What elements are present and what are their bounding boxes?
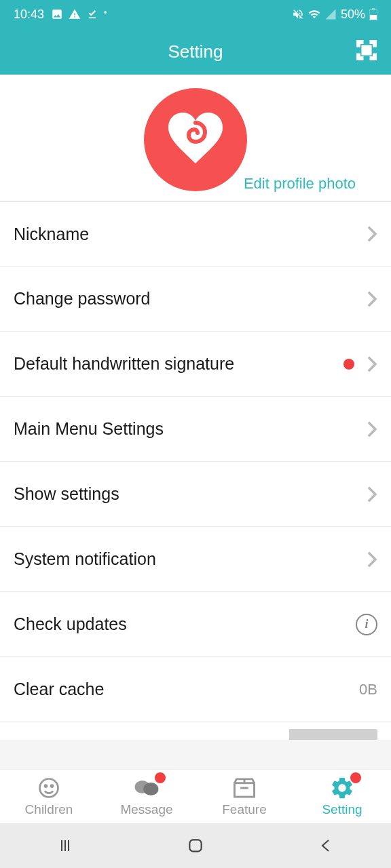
svg-point-7 — [40, 778, 58, 797]
svg-rect-4 — [368, 46, 371, 50]
nickname-label: Nickname — [14, 224, 89, 244]
avatar[interactable] — [144, 88, 247, 191]
main-menu-settings-label: Main Menu Settings — [14, 419, 164, 439]
warning-icon — [69, 8, 81, 20]
chevron-right-icon — [367, 486, 377, 502]
show-settings-label: Show settings — [14, 484, 119, 504]
recent-icon — [57, 837, 73, 854]
status-left: 10:43 • — [14, 7, 107, 22]
status-right: 50% — [292, 7, 377, 22]
default-signature-item[interactable]: Default handwritten signature — [0, 332, 391, 397]
toggle-partial — [289, 729, 377, 740]
svg-rect-3 — [362, 46, 366, 50]
edit-profile-photo-link[interactable]: Edit profile photo — [244, 175, 356, 193]
recent-apps-button[interactable] — [55, 835, 75, 856]
app-header: Setting — [0, 28, 391, 75]
main-menu-settings-item[interactable]: Main Menu Settings — [0, 397, 391, 462]
cache-size-value: 0B — [359, 681, 377, 698]
mute-icon — [292, 8, 304, 20]
nav-feature-label: Feature — [222, 802, 266, 817]
change-password-item[interactable]: Change password — [0, 267, 391, 332]
nav-message[interactable]: Message — [98, 770, 196, 823]
bottom-nav: Children Message Feature Setting — [0, 769, 391, 823]
info-icon: i — [356, 614, 377, 635]
partial-visible-item[interactable] — [0, 722, 391, 740]
nav-children[interactable]: Children — [0, 770, 98, 823]
svg-point-8 — [45, 785, 47, 787]
profile-section: Edit profile photo — [0, 75, 391, 201]
system-notification-label: System notification — [14, 549, 156, 569]
show-settings-item[interactable]: Show settings — [0, 462, 391, 527]
nav-children-label: Children — [25, 802, 73, 817]
home-icon — [187, 837, 204, 854]
page-title: Setting — [168, 41, 223, 62]
chevron-right-icon — [367, 356, 377, 372]
back-button[interactable] — [316, 835, 336, 856]
wifi-icon — [308, 8, 320, 20]
nav-message-label: Message — [120, 802, 172, 817]
children-icon — [36, 776, 62, 800]
system-notification-item[interactable]: System notification — [0, 527, 391, 592]
qr-icon — [354, 38, 379, 62]
svg-rect-1 — [372, 8, 375, 9]
chevron-right-icon — [367, 226, 377, 242]
nav-setting[interactable]: Setting — [293, 770, 391, 823]
home-button[interactable] — [185, 835, 206, 856]
notification-dot — [343, 359, 354, 370]
heart-logo-icon — [162, 106, 229, 174]
svg-point-11 — [143, 783, 158, 795]
back-icon — [318, 837, 334, 854]
battery-icon — [369, 8, 377, 20]
feature-icon — [231, 776, 257, 800]
clear-cache-item[interactable]: Clear cache 0B — [0, 657, 391, 722]
status-notification-icons: • — [51, 8, 107, 20]
check-updates-label: Check updates — [14, 614, 127, 634]
check-updates-item[interactable]: Check updates i — [0, 592, 391, 657]
settings-list: Nickname Change password Default handwri… — [0, 201, 391, 740]
battery-percent: 50% — [341, 7, 365, 22]
qr-scan-button[interactable] — [354, 38, 379, 65]
clear-cache-label: Clear cache — [14, 679, 104, 699]
download-done-icon — [86, 8, 98, 20]
status-bar: 10:43 • 50% — [0, 0, 391, 28]
chevron-right-icon — [367, 291, 377, 307]
system-nav-bar — [0, 823, 391, 868]
nav-feature[interactable]: Feature — [196, 770, 293, 823]
message-badge — [155, 772, 166, 783]
svg-rect-6 — [368, 52, 371, 55]
setting-badge — [350, 772, 361, 783]
image-icon — [51, 8, 63, 20]
nickname-item[interactable]: Nickname — [0, 201, 391, 267]
nav-setting-label: Setting — [322, 802, 362, 817]
chevron-right-icon — [367, 551, 377, 568]
svg-rect-2 — [370, 15, 377, 20]
chevron-right-icon — [367, 421, 377, 437]
svg-rect-16 — [189, 840, 201, 851]
status-time: 10:43 — [14, 7, 44, 22]
svg-point-9 — [51, 785, 53, 787]
svg-rect-5 — [362, 52, 366, 55]
signal-icon — [324, 8, 337, 20]
default-signature-label: Default handwritten signature — [14, 354, 234, 374]
svg-rect-12 — [234, 783, 254, 796]
change-password-label: Change password — [14, 289, 151, 309]
